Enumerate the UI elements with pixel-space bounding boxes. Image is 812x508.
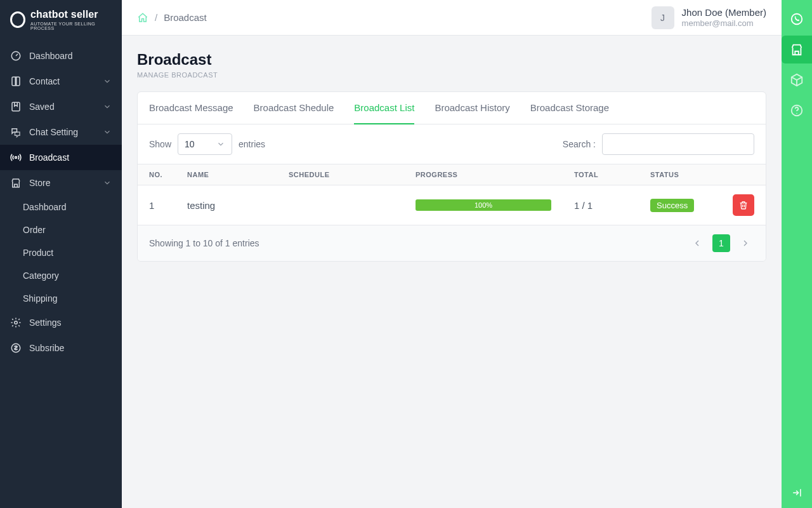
col-header-schedule: SCHEDULE [277, 164, 404, 185]
help-icon [790, 104, 804, 117]
page-title: Broadcast [137, 51, 766, 69]
subnav-label: Shipping [23, 293, 58, 304]
tab-label: Broadcast List [354, 102, 414, 113]
cell-status: Success [639, 185, 721, 225]
table-footer: Showing 1 to 10 of 1 entries 1 [138, 225, 766, 261]
chevron-down-icon [103, 178, 112, 187]
cell-name: testing [176, 185, 277, 225]
pagination: 1 [688, 234, 754, 252]
page-size-select[interactable]: 10 [178, 133, 232, 155]
nav-label: Dashboard [29, 51, 73, 61]
brand-text: chatbot seller AUTOMATE YOUR SELLING PRO… [30, 10, 112, 30]
tab-broadcast-list[interactable]: Broadcast List [354, 92, 414, 124]
main-area: / Broadcast J Jhon Doe (Member) member@m… [122, 0, 782, 508]
nav-item-broadcast[interactable]: Broadcast [0, 145, 122, 170]
rail-item-package[interactable] [782, 66, 812, 94]
breadcrumb-current: Broadcast [164, 12, 207, 23]
chevron-down-icon [103, 128, 112, 137]
subnav-item-product[interactable]: Product [23, 241, 122, 264]
page-header: Broadcast MANAGE BROADCAST [137, 51, 766, 79]
right-rail [782, 0, 812, 508]
nav-item-chat-setting[interactable]: Chat Setting [0, 119, 122, 145]
nav-label: Subsribe [29, 343, 64, 353]
subnav-item-order[interactable]: Order [23, 218, 122, 241]
main-nav: Dashboard Contact Saved [0, 39, 122, 361]
col-header-actions [721, 164, 766, 185]
col-header-no: NO. [138, 164, 176, 185]
whatsapp-icon [790, 12, 804, 26]
rail-item-store[interactable] [782, 36, 812, 64]
user-meta: Jhon Doe (Member) member@mail.com [682, 7, 766, 29]
broadcast-icon [10, 152, 22, 163]
delete-button[interactable] [733, 194, 754, 216]
nav-label: Contact [29, 76, 60, 86]
nav-label: Store [29, 178, 50, 188]
svg-point-2 [15, 157, 17, 159]
table-toolbar: Show 10 entries Search : [138, 124, 766, 164]
chat-icon [10, 126, 22, 138]
book-icon [10, 76, 22, 87]
progress-label: 100% [475, 201, 492, 209]
chevron-left-icon [692, 238, 702, 248]
user-name: Jhon Doe (Member) [682, 7, 766, 18]
col-header-status: STATUS [639, 164, 721, 185]
rail-collapse-button[interactable] [782, 478, 812, 508]
cell-total: 1 / 1 [563, 185, 639, 225]
brand-logo-icon [10, 11, 25, 28]
status-badge: Success [650, 199, 694, 212]
subnav-label: Product [23, 248, 53, 258]
tab-broadcast-history[interactable]: Broadcast History [435, 92, 509, 124]
pager-next[interactable] [737, 234, 754, 252]
progress-bar-fill: 100% [416, 199, 551, 211]
subnav-item-shipping[interactable]: Shipping [23, 287, 122, 310]
nav-item-dashboard[interactable]: Dashboard [0, 43, 122, 69]
nav-item-saved[interactable]: Saved [0, 94, 122, 119]
pager-page-label: 1 [719, 238, 724, 248]
subnav-item-category[interactable]: Category [23, 264, 122, 287]
store-icon [10, 177, 22, 189]
col-header-total: TOTAL [563, 164, 639, 185]
nav-label: Chat Setting [29, 127, 78, 137]
nav-item-store[interactable]: Store [0, 170, 122, 196]
page-subtitle: MANAGE BROADCAST [137, 71, 766, 79]
home-icon[interactable] [137, 12, 148, 23]
nav-item-store-submenu: Dashboard Order Product Category Shippin… [0, 196, 122, 310]
nav-label: Saved [29, 102, 55, 112]
avatar-initial: J [660, 13, 665, 23]
nav-label: Broadcast [29, 152, 69, 163]
nav-item-settings[interactable]: Settings [0, 310, 122, 335]
topbar: / Broadcast J Jhon Doe (Member) member@m… [122, 0, 782, 36]
page-content: Broadcast MANAGE BROADCAST Broadcast Mes… [122, 36, 782, 277]
left-sidebar: chatbot seller AUTOMATE YOUR SELLING PRO… [0, 0, 122, 508]
cell-actions [721, 185, 766, 225]
pager-page-1[interactable]: 1 [712, 234, 730, 252]
svg-point-3 [15, 321, 18, 324]
rail-item-whatsapp[interactable] [782, 5, 812, 33]
trash-icon [738, 200, 749, 210]
tab-broadcast-schedule[interactable]: Broadcast Shedule [254, 92, 334, 124]
user-area[interactable]: J Jhon Doe (Member) member@mail.com [652, 6, 766, 29]
nav-item-contact[interactable]: Contact [0, 69, 122, 94]
cell-progress: 100% [404, 185, 563, 225]
nav-label: Settings [29, 318, 62, 328]
col-header-name: NAME [176, 164, 277, 185]
cell-no: 1 [138, 185, 176, 225]
broadcast-table: NO. NAME SCHEDULE PROGRESS TOTAL STATUS … [138, 164, 766, 225]
subnav-item-dashboard[interactable]: Dashboard [23, 196, 122, 218]
nav-item-subscribe[interactable]: Subsribe [0, 335, 122, 361]
tab-broadcast-storage[interactable]: Broadcast Storage [530, 92, 609, 124]
tab-broadcast-message[interactable]: Broadcast Message [149, 92, 233, 124]
tab-label: Broadcast Storage [530, 102, 609, 113]
search-label: Search : [563, 139, 596, 149]
brand-title: chatbot seller [30, 10, 112, 20]
brand-subtitle: AUTOMATE YOUR SELLING PROCESS [30, 22, 112, 30]
show-label-post: entries [239, 139, 265, 149]
svg-point-7 [796, 113, 797, 114]
rail-item-help[interactable] [782, 97, 812, 124]
breadcrumb: / Broadcast [137, 12, 207, 23]
chevron-down-icon [216, 140, 225, 149]
search-input[interactable] [602, 133, 754, 155]
subnav-label: Order [23, 225, 46, 235]
subnav-label: Dashboard [23, 202, 67, 212]
pager-prev[interactable] [688, 234, 706, 252]
